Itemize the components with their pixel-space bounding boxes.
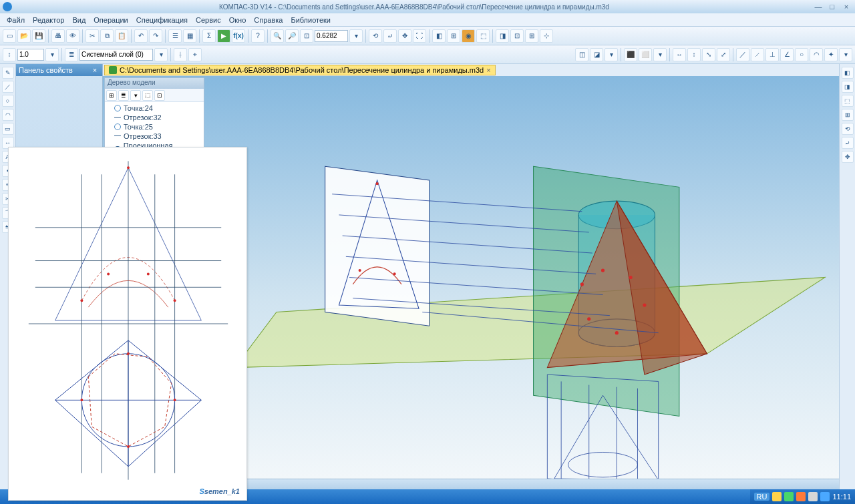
t3-icon[interactable]: ▾ bbox=[605, 48, 618, 61]
snap-icon[interactable]: ⌖ bbox=[188, 48, 202, 61]
close-button[interactable]: × bbox=[840, 3, 852, 11]
hlr-icon[interactable]: ⬚ bbox=[476, 29, 490, 43]
preview-icon[interactable]: 👁 bbox=[66, 29, 79, 43]
pan-icon[interactable]: ✥ bbox=[398, 29, 411, 43]
language-indicator[interactable]: RU bbox=[754, 493, 770, 501]
rr-4-icon[interactable]: ⊞ bbox=[842, 109, 854, 121]
t9-icon[interactable]: ⤡ bbox=[702, 48, 715, 61]
t10-icon[interactable]: ⤢ bbox=[717, 48, 730, 61]
property-panel-close-icon[interactable]: × bbox=[90, 66, 100, 74]
menu-help[interactable]: Справка bbox=[250, 15, 287, 25]
props-icon[interactable]: ☰ bbox=[168, 29, 182, 43]
rr-6-icon[interactable]: ⤾ bbox=[842, 137, 854, 149]
t7-icon[interactable]: ↔ bbox=[673, 48, 686, 61]
document-tab[interactable]: C:\Documents and Settings\user.AAA-6EA86… bbox=[104, 65, 496, 75]
redo-icon[interactable]: ↷ bbox=[149, 29, 162, 43]
rr-5-icon[interactable]: ⟲ bbox=[842, 123, 854, 135]
axes-icon[interactable]: ⊹ bbox=[540, 29, 553, 43]
help-icon[interactable]: ? bbox=[251, 29, 265, 43]
measure-icon[interactable]: ⟊ bbox=[174, 48, 187, 61]
grid-icon[interactable]: ⊞ bbox=[525, 29, 538, 43]
tray-icon[interactable] bbox=[796, 492, 806, 501]
svg-point-57 bbox=[174, 399, 176, 401]
var-icon[interactable]: Σ bbox=[202, 29, 216, 43]
minimize-button[interactable]: — bbox=[812, 3, 824, 11]
rail-sketch-icon[interactable]: ✎ bbox=[2, 67, 14, 79]
t1-icon[interactable]: ◫ bbox=[575, 48, 588, 61]
t12-icon[interactable]: ⟋ bbox=[751, 48, 764, 61]
scale-input[interactable] bbox=[17, 49, 44, 61]
tab-close-icon[interactable]: × bbox=[486, 66, 490, 74]
rail-arc-icon[interactable]: ◠ bbox=[2, 109, 14, 121]
new-icon[interactable]: ▭ bbox=[3, 29, 16, 43]
save-icon[interactable]: 💾 bbox=[32, 29, 45, 43]
t14-icon[interactable]: ∠ bbox=[780, 48, 794, 61]
lock-icon[interactable]: ↕ bbox=[3, 48, 16, 61]
svg-point-58 bbox=[80, 399, 83, 401]
menu-view[interactable]: Вид bbox=[68, 15, 90, 25]
svg-point-25 bbox=[643, 303, 646, 306]
tray-icon[interactable] bbox=[772, 492, 782, 501]
t6-icon[interactable]: ▾ bbox=[653, 48, 667, 61]
wire-icon[interactable]: ⊞ bbox=[447, 29, 460, 43]
views-icon[interactable]: ⊡ bbox=[510, 29, 524, 43]
menu-service[interactable]: Сервис bbox=[192, 15, 225, 25]
cut-icon[interactable]: ✂ bbox=[86, 29, 99, 43]
library-icon[interactable]: ▦ bbox=[183, 29, 196, 43]
paste-icon[interactable]: 📋 bbox=[115, 29, 128, 43]
tray-icon[interactable] bbox=[808, 492, 818, 501]
open-icon[interactable]: 📂 bbox=[17, 29, 31, 43]
t2-icon[interactable]: ◪ bbox=[590, 48, 603, 61]
t13-icon[interactable]: ⊥ bbox=[765, 48, 779, 61]
layers-icon[interactable]: ≣ bbox=[65, 48, 78, 61]
maximize-button[interactable]: □ bbox=[826, 3, 838, 11]
t4-icon[interactable]: ⬛ bbox=[624, 48, 637, 61]
play-icon[interactable]: ▶ bbox=[217, 29, 230, 43]
drawing-2d bbox=[9, 148, 246, 500]
t17-icon[interactable]: ✦ bbox=[824, 48, 838, 61]
overlay-2d-drawing: Ssemen_k1 bbox=[8, 147, 247, 501]
chevron-down-icon[interactable]: ▾ bbox=[154, 48, 168, 61]
zoom-in-icon[interactable]: 🔍 bbox=[271, 29, 284, 43]
t16-icon[interactable]: ◠ bbox=[810, 48, 823, 61]
t5-icon[interactable]: ⬜ bbox=[639, 48, 652, 61]
print-icon[interactable]: 🖶 bbox=[51, 29, 65, 43]
chevron-down-icon[interactable]: ▾ bbox=[45, 48, 59, 61]
rr-3-icon[interactable]: ⬚ bbox=[842, 95, 854, 107]
undo-icon[interactable]: ↶ bbox=[134, 29, 148, 43]
zoom-input[interactable] bbox=[315, 30, 348, 42]
rail-line-icon[interactable]: ／ bbox=[2, 81, 14, 93]
t11-icon[interactable]: ／ bbox=[736, 48, 749, 61]
t18-icon[interactable]: ▾ bbox=[839, 48, 852, 61]
svg-point-53 bbox=[174, 299, 176, 302]
menu-edit[interactable]: Редактор bbox=[29, 15, 68, 25]
rail-circle-icon[interactable]: ○ bbox=[2, 95, 14, 107]
shade-icon[interactable]: ◧ bbox=[432, 29, 446, 43]
t15-icon[interactable]: ○ bbox=[795, 48, 808, 61]
orbit-icon[interactable]: ⤾ bbox=[383, 29, 397, 43]
rotate-icon[interactable]: ⟲ bbox=[369, 29, 382, 43]
chevron-down-icon[interactable]: ▾ bbox=[349, 29, 363, 43]
render-icon[interactable]: ◉ bbox=[462, 29, 475, 43]
menu-operations[interactable]: Операции bbox=[90, 15, 132, 25]
menu-window[interactable]: Окно bbox=[225, 15, 250, 25]
tray-icon[interactable] bbox=[820, 492, 830, 501]
zoom-window-icon[interactable]: ⊡ bbox=[300, 29, 313, 43]
rr-7-icon[interactable]: ✥ bbox=[842, 151, 854, 163]
fx-icon[interactable]: f(x) bbox=[232, 29, 245, 43]
menu-libraries[interactable]: Библиотеки bbox=[287, 15, 335, 25]
watermark: Ssemen_k1 bbox=[199, 485, 240, 496]
document-icon bbox=[109, 66, 117, 74]
section-icon[interactable]: ◨ bbox=[496, 29, 509, 43]
copy-icon[interactable]: ⧉ bbox=[100, 29, 114, 43]
zoom-out-icon[interactable]: 🔎 bbox=[285, 29, 299, 43]
rail-rect-icon[interactable]: ▭ bbox=[2, 123, 14, 135]
t8-icon[interactable]: ↕ bbox=[687, 48, 701, 61]
menu-spec[interactable]: Спецификация bbox=[132, 15, 192, 25]
menu-file[interactable]: Файл bbox=[3, 15, 29, 25]
rr-1-icon[interactable]: ◧ bbox=[842, 67, 854, 79]
rr-2-icon[interactable]: ◨ bbox=[842, 81, 854, 93]
layer-combo[interactable] bbox=[79, 49, 153, 61]
tray-icon[interactable] bbox=[784, 492, 794, 501]
fit-icon[interactable]: ⛶ bbox=[413, 29, 426, 43]
